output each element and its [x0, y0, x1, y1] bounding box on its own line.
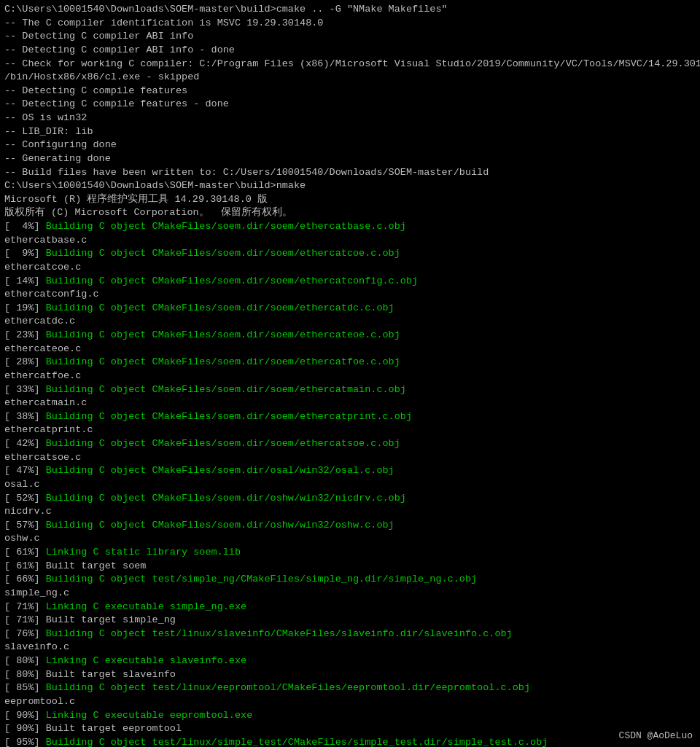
terminal-line: nicdrv.c	[4, 505, 696, 519]
terminal-window: C:\Users\10001540\Downloads\SOEM-master\…	[0, 0, 700, 747]
terminal-line: ethercateoe.c	[4, 343, 696, 356]
terminal-line: C:\Users\10001540\Downloads\SOEM-master\…	[4, 3, 696, 17]
terminal-line: [ 14%] Building C object CMakeFiles/soem…	[4, 275, 696, 289]
terminal-line: [ 80%] Built target slaveinfo	[4, 668, 696, 682]
terminal-line: -- Configuring done	[4, 138, 696, 152]
terminal-line: osal.c	[4, 478, 696, 492]
terminal-line: [ 52%] Building C object CMakeFiles/soem…	[4, 492, 696, 506]
terminal-line: -- Detecting C compile features	[4, 85, 696, 98]
terminal-line: [ 33%] Building C object CMakeFiles/soem…	[4, 383, 696, 397]
terminal-line: simple_ng.c	[4, 587, 696, 601]
terminal-line: /bin/Hostx86/x86/cl.exe - skipped	[4, 71, 696, 85]
terminal-line: [ 90%] Linking C executable eepromtool.e…	[4, 709, 696, 723]
terminal-line: [ 57%] Building C object CMakeFiles/soem…	[4, 519, 696, 533]
terminal-line: [ 9%] Building C object CMakeFiles/soem.…	[4, 247, 696, 261]
terminal-line: 版权所有 (C) Microsoft Corporation。 保留所有权利。	[4, 206, 696, 220]
terminal-line: Microsoft (R) 程序维护实用工具 14.29.30148.0 版	[4, 193, 696, 207]
terminal-line: -- Detecting C compiler ABI info - done	[4, 44, 696, 58]
terminal-line: [ 71%] Linking C executable simple_ng.ex…	[4, 601, 696, 614]
terminal-line: [ 66%] Building C object test/simple_ng/…	[4, 573, 696, 587]
terminal-line: C:\Users\10001540\Downloads\SOEM-master\…	[4, 179, 696, 193]
terminal-line: [ 47%] Building C object CMakeFiles/soem…	[4, 464, 696, 478]
terminal-line: ethercatsoe.c	[4, 451, 696, 465]
terminal-line: [ 19%] Building C object CMakeFiles/soem…	[4, 302, 696, 316]
terminal-line: -- OS is win32	[4, 112, 696, 125]
terminal-line: ethercatprint.c	[4, 423, 696, 437]
watermark: CSDN @AoDeLuo	[619, 730, 693, 743]
terminal-line: [ 85%] Building C object test/linux/eepr…	[4, 681, 696, 695]
terminal-line: [ 23%] Building C object CMakeFiles/soem…	[4, 329, 696, 343]
terminal-line: -- LIB_DIR: lib	[4, 125, 696, 139]
terminal-line: oshw.c	[4, 532, 696, 546]
terminal-line: -- Check for working C compiler: C:/Prog…	[4, 58, 696, 71]
terminal-line: ethercatdc.c	[4, 315, 696, 329]
terminal-line: eepromtool.c	[4, 695, 696, 709]
terminal-line: slaveinfo.c	[4, 641, 696, 654]
terminal-line: [ 28%] Building C object CMakeFiles/soem…	[4, 356, 696, 369]
terminal-line: -- The C compiler identification is MSVC…	[4, 17, 696, 31]
terminal-line: ethercatmain.c	[4, 396, 696, 410]
terminal-line: [ 71%] Built target simple_ng	[4, 614, 696, 627]
terminal-line: ethercatfoe.c	[4, 369, 696, 383]
terminal-line: ethercatconfig.c	[4, 288, 696, 302]
terminal-line: [ 4%] Building C object CMakeFiles/soem.…	[4, 220, 696, 234]
terminal-line: -- Detecting C compile features - done	[4, 98, 696, 112]
terminal-line: [ 90%] Built target eepromtool	[4, 722, 696, 736]
terminal-line: -- Build files have been written to: C:/…	[4, 166, 696, 180]
terminal-line: [ 42%] Building C object CMakeFiles/soem…	[4, 437, 696, 451]
terminal-line: [ 38%] Building C object CMakeFiles/soem…	[4, 410, 696, 424]
terminal-line: [ 61%] Linking C static library soem.lib	[4, 546, 696, 560]
terminal-line: -- Generating done	[4, 152, 696, 166]
terminal-line: ethercatcoe.c	[4, 261, 696, 275]
terminal-line: [ 61%] Built target soem	[4, 560, 696, 574]
terminal-line: ethercatbase.c	[4, 234, 696, 248]
terminal-line: [ 76%] Building C object test/linux/slav…	[4, 627, 696, 641]
terminal-line: -- Detecting C compiler ABI info	[4, 30, 696, 44]
terminal-line: [ 80%] Linking C executable slaveinfo.ex…	[4, 654, 696, 668]
terminal-line: [ 95%] Building C object test/linux/simp…	[4, 736, 696, 747]
